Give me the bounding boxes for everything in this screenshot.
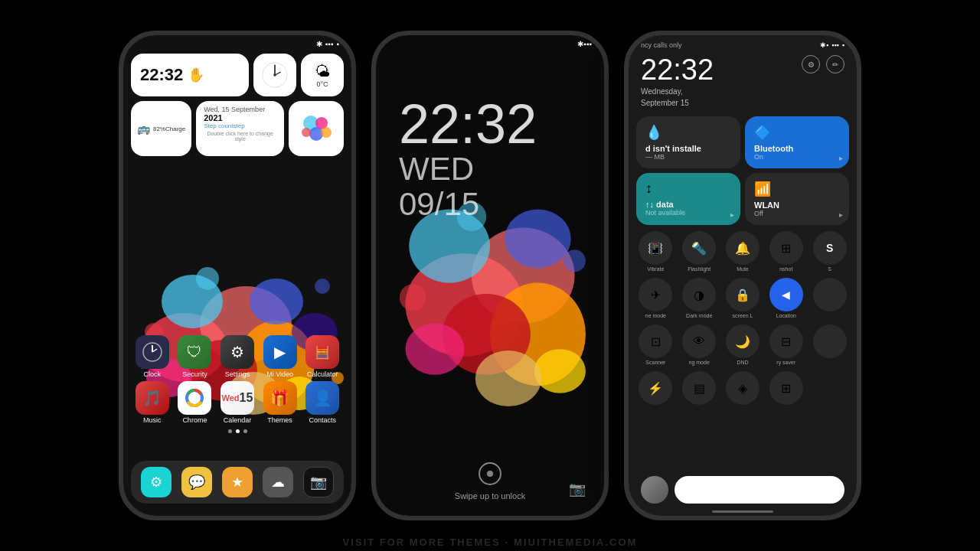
app-calendar[interactable]: Wed 15 Calendar bbox=[217, 381, 257, 424]
colorful-widget[interactable] bbox=[289, 101, 344, 156]
battery-widget[interactable]: 🚌 82%Charge bbox=[131, 101, 191, 156]
cc-status-symbol: ✱▪ bbox=[820, 41, 828, 49]
app-music[interactable]: 🎵 Music bbox=[132, 381, 172, 424]
cc-settings-icon[interactable]: ⚙ bbox=[802, 55, 820, 73]
app-clock-label: Clock bbox=[144, 370, 162, 378]
location-label: Location bbox=[776, 313, 796, 318]
weather-widget[interactable]: 🌤 0°C bbox=[301, 54, 344, 96]
widget-row-2: 🚌 82%Charge Wed, 15 September 2021 Step … bbox=[131, 101, 344, 156]
data-tile-sub: Not available bbox=[645, 209, 731, 217]
cc-btn-battery-saver[interactable]: ⊟ ry saver bbox=[766, 324, 805, 365]
cc-btn-darkmode[interactable]: ◑ Dark mode bbox=[680, 278, 719, 318]
cc-btn-mute[interactable]: 🔔 Mute bbox=[724, 231, 763, 272]
cc-tile-row-1: 💧 d isn't installe — MB 🔷 Bluetooth On ▸ bbox=[636, 116, 849, 168]
cc-btn-bolt[interactable]: ⚡ bbox=[636, 371, 675, 405]
s-circle: S bbox=[813, 231, 847, 265]
cc-tile-data[interactable]: ↕ ↑↓ data Not available ▸ bbox=[636, 173, 740, 225]
app-calculator[interactable]: 🧮 Calculator bbox=[302, 335, 342, 378]
widget-row-1: 22:32 ✋ 🌤 0°C bbox=[131, 54, 344, 96]
darkmode-label: Dark mode bbox=[686, 313, 712, 318]
app-chrome[interactable]: Chrome bbox=[175, 381, 214, 424]
phone-1: ✱ ▪▪▪ ▪ 22:32 ✋ bbox=[119, 31, 356, 520]
cc-btn-color[interactable]: ◈ bbox=[724, 371, 763, 405]
location-circle: ◀ bbox=[769, 278, 803, 311]
darkmode-circle: ◑ bbox=[682, 278, 716, 311]
app-mivideo[interactable]: ▶ Mi Video bbox=[260, 335, 300, 378]
cc-tile-water[interactable]: 💧 d isn't installe — MB bbox=[636, 116, 740, 168]
s-label: S bbox=[828, 266, 831, 272]
cc-btn-s[interactable]: S S bbox=[810, 231, 849, 272]
water-tile-label: d isn't installe bbox=[645, 144, 731, 153]
dock-icon-3[interactable]: ★ bbox=[217, 467, 257, 497]
dock-icon-2[interactable]: 💬 bbox=[177, 467, 217, 497]
app-contacts[interactable]: 👤 Contacts bbox=[302, 381, 342, 424]
app-music-label: Music bbox=[143, 416, 162, 424]
cc-btn-flashlight[interactable]: 🔦 Flashlight bbox=[680, 231, 719, 272]
empty1-circle bbox=[813, 278, 847, 311]
search-bar[interactable] bbox=[675, 476, 844, 504]
dock-icon-4-img: ☁ bbox=[263, 467, 293, 497]
app-calculator-label: Calculator bbox=[307, 370, 338, 378]
cc-btn-screenshot[interactable]: ⊞ nshot bbox=[766, 231, 805, 272]
status-bar-phone2: ✱▪▪▪ bbox=[376, 35, 604, 53]
app-settings[interactable]: ⚙ Settings bbox=[217, 335, 257, 378]
cc-status-icons: ✱▪ ▪▪▪ ▪ bbox=[820, 41, 844, 49]
page-dots bbox=[123, 429, 351, 433]
app-grid: Clock 🛡 Security ⚙ Settings ▶ bbox=[123, 335, 351, 424]
cc-time-display: 22:32 bbox=[641, 55, 714, 84]
cc-btn-empty1 bbox=[810, 278, 849, 318]
cc-tile-wlan[interactable]: 📶 WLAN Off ▸ bbox=[745, 173, 849, 225]
cc-btn-grid-icon[interactable]: ⊞ bbox=[766, 371, 805, 405]
clock-widget[interactable]: 22:32 ✋ bbox=[131, 54, 249, 96]
chrome-icon bbox=[178, 381, 211, 415]
cc-btn-screen[interactable]: 🔒 screen L bbox=[724, 278, 763, 318]
screenshot-label: nshot bbox=[779, 266, 792, 272]
analog-clock-widget[interactable] bbox=[253, 54, 296, 96]
mivideo-icon: ▶ bbox=[263, 335, 297, 369]
user-avatar[interactable] bbox=[641, 476, 668, 504]
dock-icon-1-img: ⚙ bbox=[141, 467, 172, 497]
mute-circle: 🔔 bbox=[726, 231, 760, 265]
themes-icon: 🎁 bbox=[263, 381, 297, 415]
cc-btn-reading[interactable]: 👁 ng mode bbox=[680, 324, 719, 365]
dock-icon-5[interactable]: 📷 bbox=[299, 467, 338, 497]
app-themes[interactable]: 🎁 Themes bbox=[260, 381, 300, 424]
app-security[interactable]: 🛡 Security bbox=[175, 335, 214, 378]
cc-tile-bluetooth[interactable]: 🔷 Bluetooth On ▸ bbox=[745, 116, 849, 168]
cc-btn-dnd[interactable]: 🌙 DND bbox=[724, 324, 763, 365]
dot-1 bbox=[228, 429, 232, 433]
calendar-icon: Wed 15 bbox=[220, 381, 254, 415]
water-tile-sub: — MB bbox=[645, 153, 731, 161]
cc-edit-icon[interactable]: ✏ bbox=[826, 55, 844, 73]
colorful-svg bbox=[297, 109, 335, 148]
app-row-1: Clock 🛡 Security ⚙ Settings ▶ bbox=[131, 335, 344, 378]
dock-icon-1[interactable]: ⚙ bbox=[136, 467, 176, 497]
watermark-text: VISIT FOR MORE THEMES - MIUITHEMEDIA.COM bbox=[0, 536, 980, 551]
app-clock[interactable]: Clock bbox=[132, 335, 172, 378]
cc-btn-scanner[interactable]: ⊡ Scanner bbox=[636, 324, 675, 365]
cc-btn-location[interactable]: ◀ Location bbox=[766, 278, 805, 318]
app-row-2: 🎵 Music Chrome Wed 15 Calendar bbox=[131, 381, 344, 424]
grid-circle: ⊞ bbox=[769, 371, 803, 405]
dnd-circle: 🌙 bbox=[726, 324, 760, 358]
data-tile-label: ↑↓ data bbox=[645, 200, 731, 209]
camera-lock-icon[interactable]: 📷 bbox=[569, 481, 586, 497]
cc-btn-vibrate[interactable]: 📳 Vibrate bbox=[636, 231, 675, 272]
status-icon-phone2: ✱▪▪▪ bbox=[577, 40, 592, 48]
swipe-label: Swipe up to unlock bbox=[455, 491, 525, 500]
dock-icon-4[interactable]: ☁ bbox=[258, 467, 298, 497]
date-widget[interactable]: Wed, 15 September 2021 Step countstep Do… bbox=[196, 101, 284, 156]
cc-btn-airplane[interactable]: ✈ ne mode bbox=[636, 278, 675, 318]
home-button[interactable] bbox=[479, 462, 501, 485]
svg-point-37 bbox=[475, 350, 542, 406]
reading-label: ng mode bbox=[689, 360, 710, 365]
home-indicator-bar bbox=[712, 510, 773, 513]
cc-time-section: 22:32 Wednesday, September 15 ⚙ ✏ bbox=[629, 52, 857, 113]
cc-btn-screen2[interactable]: ▤ bbox=[680, 371, 719, 405]
cc-time-date: 22:32 Wednesday, September 15 bbox=[641, 55, 714, 107]
svg-point-17 bbox=[273, 73, 276, 77]
phone-2-screen: ✱▪▪▪ 22:32 WED 09/15 bbox=[376, 35, 604, 516]
screen-label: screen L bbox=[733, 313, 753, 318]
wlan-tile-sub: Off bbox=[754, 210, 840, 217]
wlan-icon: 📶 bbox=[754, 181, 840, 197]
